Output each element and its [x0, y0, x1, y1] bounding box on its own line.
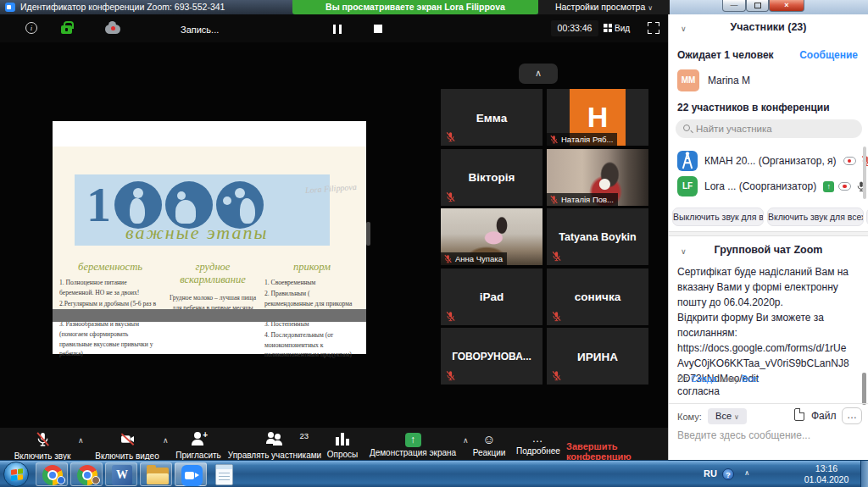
slide-gray-band	[53, 309, 366, 322]
video-tile-ipad[interactable]: iPad	[441, 268, 542, 325]
participant-row-lora[interactable]: LF Lora ... (Соорганизатор) ↑	[669, 174, 862, 198]
recording-indicator-icon	[838, 182, 851, 191]
profile-badge	[92, 476, 100, 484]
muted-mic-icon	[549, 195, 559, 204]
participants-scrollbar[interactable]	[863, 147, 866, 199]
meeting-id-label: Идентификатор конференции Zoom: 693-552-…	[20, 2, 225, 12]
taskbar-chrome-1[interactable]	[36, 462, 68, 486]
video-tile-govorunova[interactable]: ГОВОРУНОВА...	[441, 328, 542, 385]
taskbar-notepad[interactable]	[209, 462, 242, 486]
windows-flag-icon	[11, 468, 23, 480]
window-maximize-button[interactable]	[746, 0, 769, 12]
chevron-up-icon: ∧	[535, 68, 542, 78]
participants-panel-title: Участники (23)	[669, 21, 868, 33]
share-screen-button[interactable]: ↑ Демонстрация экрана	[363, 431, 463, 457]
video-options-chevron[interactable]: ∧	[163, 436, 169, 445]
start-video-button[interactable]: Включить видео	[92, 431, 163, 461]
fullscreen-button[interactable]	[648, 22, 659, 34]
chat-panel-title: Групповой чат Zoom	[669, 244, 868, 256]
chat-sender-name[interactable]: Севда	[691, 374, 717, 384]
window-minimize-button[interactable]: —	[722, 0, 746, 12]
recipient-label: Кому:	[677, 412, 702, 422]
end-meeting-button[interactable]: Завершить конференцию	[566, 441, 668, 462]
muted-mic-icon	[551, 251, 562, 262]
video-tile-natalia-pov[interactable]: Наталія Пов...	[547, 149, 648, 206]
chat-reply-message: согласна	[677, 385, 720, 397]
video-tile-natalia-ryab[interactable]: Н Наталія Ряб...	[547, 89, 648, 146]
video-tile-emma[interactable]: Емма	[441, 89, 542, 146]
screen: Идентификатор конференции Zoom: 693-552-…	[0, 0, 868, 487]
folder-icon	[147, 468, 169, 484]
send-file-button[interactable]: Файл	[811, 410, 837, 422]
muted-mic-icon	[551, 311, 562, 322]
message-waiting-link[interactable]: Сообщение	[799, 49, 858, 61]
window-close-button[interactable]: ×	[769, 0, 804, 12]
kman-avatar	[677, 151, 698, 171]
chat-scrollbar[interactable]	[862, 373, 866, 405]
taskbar-zoom[interactable]	[175, 462, 207, 486]
pause-recording-button[interactable]	[333, 25, 342, 34]
muted-mic-icon	[549, 135, 559, 144]
zoom-app-icon	[181, 465, 203, 486]
taskbar-clock[interactable]: 13:1601.04.2020	[797, 463, 856, 485]
chat-more-button[interactable]: …	[842, 407, 862, 424]
recipient-select[interactable]: Все ∨	[708, 408, 747, 424]
windows-taskbar: W RU ? ∧ 13:1601.04.2020	[0, 460, 868, 487]
taskbar-explorer[interactable]	[140, 462, 172, 486]
reactions-button[interactable]: ☺ Реакции	[468, 431, 510, 457]
video-tile-sonichka[interactable]: соничка	[547, 268, 648, 325]
bar-chart-icon	[335, 431, 350, 445]
unmute-audio-button[interactable]: Включить звук	[7, 431, 78, 461]
presentation-slide: 1 важные этапы Lora Filippova беременнос…	[53, 121, 366, 354]
video-tile-anna[interactable]: Анна Чупака	[441, 208, 542, 265]
participant-row-kman[interactable]: КМАН 20... (Организатор, я)	[669, 149, 862, 173]
chat-message-input[interactable]	[677, 429, 855, 441]
collapse-video-panel-button[interactable]: ∧	[519, 64, 558, 84]
polls-button[interactable]: Опросы	[324, 431, 361, 459]
show-desktop-button[interactable]	[860, 461, 868, 487]
help-tray-icon[interactable]: ?	[722, 468, 734, 480]
mute-all-button[interactable]: Выключить звук для всех	[672, 208, 764, 226]
stage-resize-handle[interactable]	[366, 222, 370, 246]
video-off-icon	[120, 431, 136, 447]
participant-search-input[interactable]	[696, 120, 854, 137]
meeting-toolbar: Включить звук ∧ Включить видео ∧ + Пригл…	[0, 428, 668, 460]
video-tile-irina[interactable]: ИРИНА	[547, 328, 648, 385]
audio-options-chevron[interactable]: ∧	[78, 436, 84, 445]
manage-participants-button[interactable]: 23 Управлять участниками	[227, 431, 322, 460]
cloud-recording-icon	[105, 25, 120, 34]
video-tile-tatyana[interactable]: Tatyana Boykin	[547, 208, 648, 265]
video-grid: Емма Н Наталія Ряб... Вікторія Наталія П…	[441, 89, 648, 385]
mic-muted-icon	[35, 431, 51, 447]
banner-caption: важные этапы	[125, 222, 268, 244]
person-plus-icon: +	[191, 431, 206, 446]
chat-message: Сертифікат буде надісланий Вам на вказан…	[677, 264, 850, 386]
start-button[interactable]	[3, 462, 29, 487]
taskbar-word[interactable]: W	[105, 462, 137, 486]
file-icon[interactable]	[794, 408, 804, 421]
in-meeting-count-header: 22 участников в конференции	[677, 102, 830, 113]
more-button[interactable]: … Подробнее	[514, 431, 563, 456]
view-settings-button[interactable]: Настройки просмотра ∨	[538, 0, 670, 14]
waiting-user-name[interactable]: Marina M	[708, 75, 750, 86]
meeting-timer: 00:33:46	[551, 20, 598, 36]
muted-mic-icon	[443, 254, 453, 263]
chevron-down-icon: ∨	[734, 413, 739, 421]
chevron-down-icon: ∨	[648, 4, 653, 12]
video-tile-viktoria[interactable]: Вікторія	[441, 149, 542, 206]
slide-banner: 1 важные этапы	[75, 174, 330, 246]
info-icon[interactable]: i	[25, 22, 37, 34]
language-indicator[interactable]: RU	[704, 468, 717, 479]
chat-recipient-name[interactable]: Все:	[742, 374, 760, 384]
muted-mic-icon	[551, 370, 562, 381]
unmute-all-button[interactable]: Включить звук для всех	[767, 208, 864, 226]
stop-recording-button[interactable]	[374, 25, 382, 33]
screen-share-banner: Вы просматриваете экран Lora Filippova	[292, 0, 538, 14]
muted-mic-icon	[445, 131, 456, 142]
avatar-marina: MM	[677, 69, 699, 91]
taskbar-chrome-2[interactable]	[70, 462, 103, 486]
chat-message-meta: От Севда кому Все:	[677, 374, 760, 384]
tray-expand-icon[interactable]: ∧	[744, 469, 749, 477]
invite-button[interactable]: + Пригласить	[171, 431, 225, 460]
chat-compose-divider	[669, 403, 868, 404]
